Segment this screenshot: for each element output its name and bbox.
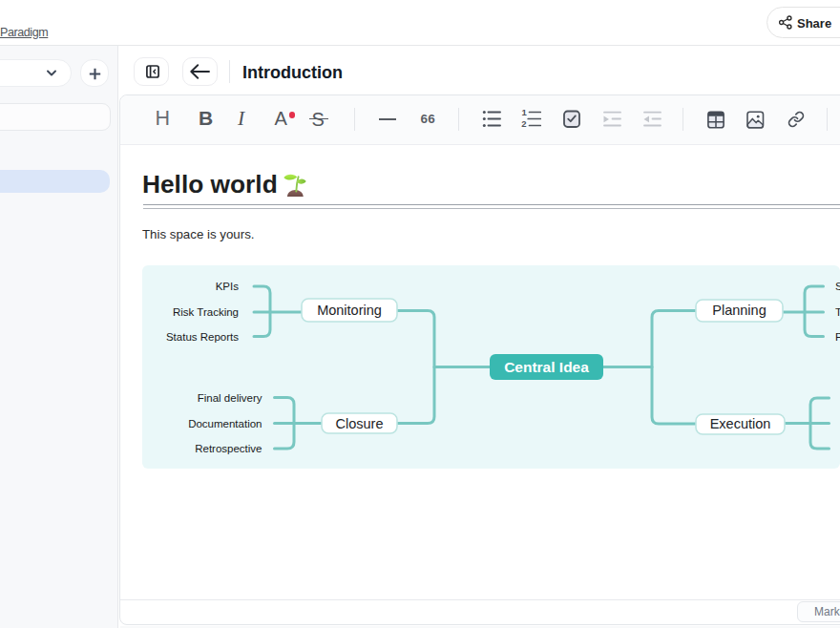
svg-text:Risk Tracking: Risk Tracking <box>173 306 239 318</box>
svg-text:KPIs: KPIs <box>216 281 240 292</box>
svg-text:Closure: Closure <box>336 416 384 431</box>
svg-text:1: 1 <box>521 109 527 117</box>
svg-text:Monitoring: Monitoring <box>317 303 382 318</box>
svg-text:Central Idea: Central Idea <box>504 359 589 375</box>
svg-text:Phases: Phases <box>835 331 840 343</box>
svg-text:Retrospective: Retrospective <box>195 443 262 454</box>
svg-text:Documentation: Documentation <box>188 418 262 429</box>
svg-text:Timeline: Timeline <box>835 306 840 318</box>
svg-text:Execution: Execution <box>710 416 771 431</box>
svg-text:Final delivery: Final delivery <box>198 392 262 404</box>
svg-text:Scope: Scope <box>835 281 840 292</box>
svg-text:Planning: Planning <box>712 303 766 318</box>
svg-text:2: 2 <box>521 118 526 129</box>
svg-text:Status Reports: Status Reports <box>166 331 239 343</box>
